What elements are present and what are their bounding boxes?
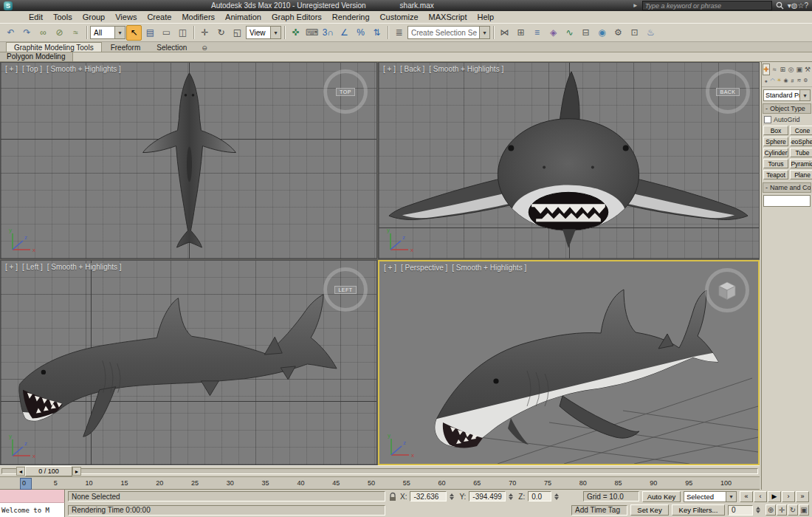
y-coordinate-input[interactable]: -394.499 (469, 491, 506, 501)
select-and-manipulate-icon[interactable]: ✜ (288, 25, 303, 41)
play-button[interactable]: ▶ (768, 491, 781, 502)
chevron-down-icon[interactable]: ▾ (479, 27, 489, 38)
menu-item[interactable]: Tools (48, 12, 78, 22)
maximize-viewport-icon[interactable]: ▣ (799, 504, 809, 516)
viewcube[interactable]: LEFT (323, 267, 368, 312)
tab-selection[interactable]: Selection (149, 43, 194, 52)
named-selection-set-combobox[interactable]: Create Selection Se ▾ (407, 26, 490, 39)
selection-filter-dropdown[interactable]: All ▾ (90, 26, 125, 39)
menu-item[interactable]: Graph Editors (266, 12, 327, 22)
add-time-tag[interactable]: Add Time Tag (571, 505, 627, 516)
menu-item[interactable]: Rendering (327, 12, 375, 22)
viewport-menu-name[interactable]: [ Perspective ] (401, 264, 447, 272)
go-to-start-button[interactable]: « (740, 491, 753, 502)
rollout-name-and-color[interactable]: - Name and Color (763, 182, 811, 193)
cameras-category-icon[interactable]: ◉ (782, 76, 789, 85)
spinner[interactable] (554, 493, 561, 500)
time-slider-track[interactable] (1, 468, 758, 474)
utilities-tab-icon[interactable]: ⚒ (804, 64, 811, 75)
object-type-button[interactable]: Cylinder (763, 148, 788, 157)
selection-lock-icon[interactable] (388, 492, 397, 501)
display-tab-icon[interactable]: ▣ (795, 64, 803, 75)
material-editor-icon[interactable]: ◉ (594, 25, 610, 41)
autogrid-checkbox[interactable] (764, 116, 771, 123)
key-mode-dropdown[interactable]: Selected ▾ (684, 491, 737, 502)
object-category-dropdown[interactable]: Standard Primitives ▾ (763, 89, 811, 101)
viewport-menu-plus[interactable]: [ + ] (383, 65, 396, 73)
bind-to-space-warp-icon[interactable]: ≈ (68, 25, 83, 41)
angle-snap-icon[interactable]: ∠ (337, 25, 352, 41)
object-type-button[interactable]: Pyramid (790, 159, 812, 168)
object-type-button[interactable]: Torus (763, 159, 788, 168)
menu-item[interactable]: Group (78, 12, 111, 22)
track-bar[interactable]: 0510152025303540455055606570758085909510… (0, 477, 760, 490)
menu-item[interactable]: Views (110, 12, 142, 22)
viewport-top[interactable]: [ + ] [ Top ] [ Smooth + Highlights ] TO… (0, 62, 377, 259)
max-logo-icon[interactable]: S (4, 1, 13, 10)
tab-freeform[interactable]: Freeform (103, 43, 148, 52)
orbit-icon[interactable]: ↻ (788, 504, 798, 516)
tab-graphite-modeling-tools[interactable]: Graphite Modeling Tools (6, 42, 102, 52)
menu-item[interactable]: Edit (24, 12, 48, 22)
viewport-menu-plus[interactable]: [ + ] (384, 264, 396, 272)
schematic-view-icon[interactable]: ⊟ (578, 25, 593, 41)
current-frame-input[interactable]: 0 (728, 505, 753, 516)
snaps-toggle-icon[interactable]: 3∩ (320, 25, 336, 41)
align-icon[interactable]: ⊞ (513, 25, 529, 41)
edit-named-selection-sets-icon[interactable]: ≣ (391, 25, 407, 41)
select-by-name-icon[interactable]: ▤ (142, 25, 158, 41)
object-type-button[interactable]: Plane (790, 170, 812, 179)
object-type-button[interactable]: Sphere (763, 137, 788, 146)
previous-frame-button[interactable]: ‹ (754, 491, 767, 502)
chevron-down-icon[interactable]: ▾ (114, 27, 125, 38)
menu-item[interactable]: Create (142, 12, 176, 22)
previous-frame-arrow[interactable]: ◄ (16, 467, 25, 476)
set-key-button[interactable]: Set Key (630, 504, 669, 516)
shark-model[interactable] (379, 261, 758, 464)
tab-polygon-modeling[interactable]: Polygon Modeling (0, 52, 73, 61)
curve-editor-icon[interactable]: ∿ (562, 25, 577, 41)
ribbon-minimize-icon[interactable]: ⊖ (202, 44, 207, 52)
viewport-perspective[interactable]: [ + ] [ Perspective ] [ Smooth + Highlig… (378, 260, 760, 465)
hierarchy-tab-icon[interactable]: ⊞ (779, 64, 786, 75)
viewport-menu-shading[interactable]: [ Smooth + Highlights ] (47, 263, 122, 271)
window-crossing-icon[interactable]: ◫ (175, 25, 190, 41)
menu-item[interactable]: Customize (375, 12, 424, 22)
select-object-icon[interactable]: ↖ (126, 25, 142, 41)
chevron-down-icon[interactable]: ▾ (270, 27, 281, 38)
viewcube-cube-icon[interactable] (714, 277, 740, 304)
space-warps-category-icon[interactable]: ≋ (796, 76, 802, 85)
pan-icon[interactable]: ✛ (777, 504, 787, 516)
viewport-menu-name[interactable]: [ Top ] (22, 65, 42, 73)
search-icon[interactable] (776, 1, 784, 10)
select-and-move-icon[interactable]: ✛ (197, 25, 213, 41)
undo-icon[interactable]: ↶ (3, 25, 18, 41)
viewport-menu-shading[interactable]: [ Smooth + Highlights ] (429, 65, 503, 73)
x-coordinate-input[interactable]: -32.636 (410, 491, 447, 501)
viewcube[interactable]: BACK (706, 69, 750, 114)
rendered-frame-icon[interactable]: ⊡ (627, 25, 642, 41)
viewport-menu-shading[interactable]: [ Smooth + Highlights ] (47, 65, 121, 73)
object-type-button[interactable]: Teapot (763, 170, 788, 179)
infocenter-expand-icon[interactable]: ► (633, 2, 639, 9)
macro-recorder-pane[interactable] (0, 490, 65, 503)
render-production-icon[interactable]: ♨ (643, 25, 658, 41)
help-icon[interactable]: ? (804, 1, 808, 10)
viewport-left[interactable]: [ + ] [ Left ] [ Smooth + Highlights ] L… (0, 260, 377, 465)
maxscript-listener-pane[interactable]: Welcome to M (0, 503, 65, 517)
mirror-icon[interactable]: ⋈ (497, 25, 512, 41)
spinner[interactable] (509, 493, 515, 500)
viewport-menu-plus[interactable]: [ + ] (5, 263, 18, 271)
object-type-button[interactable]: Cone (790, 126, 812, 135)
z-coordinate-input[interactable]: 0.0 (528, 491, 551, 501)
geometry-category-icon[interactable]: ● (763, 76, 769, 85)
viewcube[interactable] (705, 268, 749, 312)
object-type-button[interactable]: GeoSphere (790, 137, 812, 146)
selection-region-icon[interactable]: ▭ (159, 25, 174, 41)
graphite-ribbon-icon[interactable]: ◈ (546, 25, 561, 41)
layer-manager-icon[interactable]: ≡ (529, 25, 545, 41)
time-slider-handle[interactable]: 0 / 100 (25, 466, 72, 476)
chevron-down-icon[interactable]: ▾ (726, 492, 736, 501)
shark-model[interactable] (379, 63, 759, 258)
redo-icon[interactable]: ↷ (19, 25, 35, 41)
